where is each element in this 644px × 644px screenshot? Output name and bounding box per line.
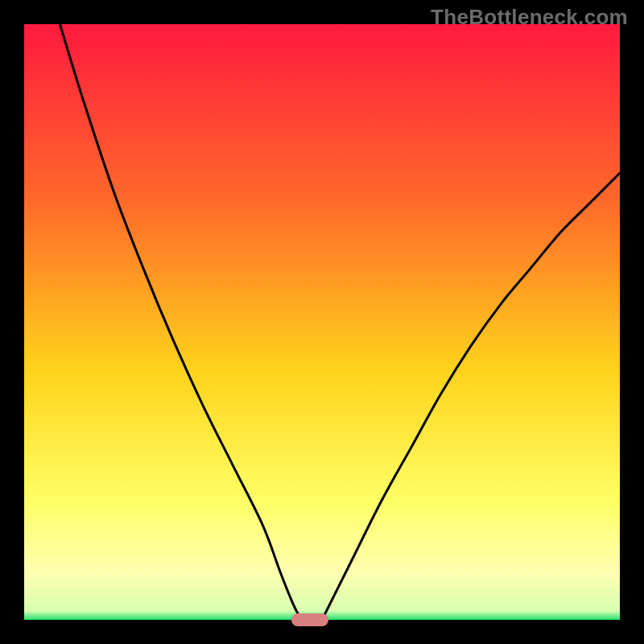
background-gradient	[24, 24, 620, 620]
plot-area	[24, 24, 620, 620]
optimum-marker	[291, 613, 328, 626]
svg-rect-0	[24, 24, 620, 620]
outer-frame: TheBottleneck.com	[0, 0, 644, 644]
